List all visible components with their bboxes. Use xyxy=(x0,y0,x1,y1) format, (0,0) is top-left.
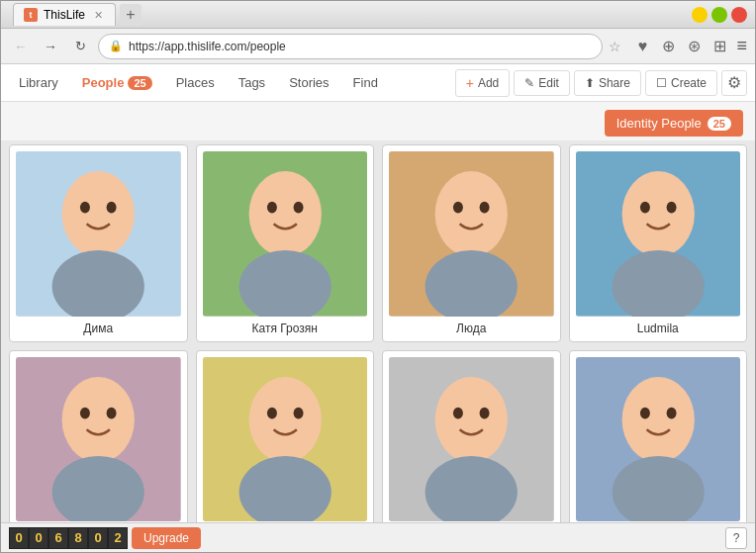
svg-point-16 xyxy=(621,171,694,257)
reload-button[interactable]: ↻ xyxy=(68,35,92,58)
nav-stories-label: Stories xyxy=(289,75,329,90)
settings-button[interactable]: ⚙ xyxy=(721,70,747,96)
svg-point-17 xyxy=(639,202,649,214)
extension-icon[interactable]: ⊞ xyxy=(709,36,730,57)
person-photo-nina xyxy=(16,357,181,522)
person-card-lyuda[interactable]: Люда xyxy=(382,144,561,342)
person-photo-dima xyxy=(16,151,181,317)
close-button[interactable]: ✕ xyxy=(731,7,747,23)
nav-find-label: Find xyxy=(353,75,378,90)
address-bar: ← → ↻ 🔒 https://app.thislife.com/people … xyxy=(1,29,755,64)
maximize-button[interactable]: □ xyxy=(711,7,727,23)
edit-button[interactable]: ✎ Edit xyxy=(514,70,570,96)
nav-people[interactable]: People 25 xyxy=(72,69,162,96)
bookmark-icon[interactable]: ☆ xyxy=(609,39,621,54)
add-button[interactable]: + Add xyxy=(455,69,511,97)
person-card-katya[interactable]: Катя Грозян xyxy=(196,144,375,342)
create-label: Create xyxy=(671,76,707,90)
minimize-button[interactable]: — xyxy=(692,7,708,23)
back-button[interactable]: ← xyxy=(9,35,33,58)
nav-people-label: People xyxy=(82,75,125,90)
new-tab-button[interactable]: + xyxy=(120,4,142,26)
svg-point-31 xyxy=(435,376,508,462)
nav-stories[interactable]: Stories xyxy=(279,69,338,96)
svg-point-33 xyxy=(480,407,490,418)
upgrade-button[interactable]: Upgrade xyxy=(132,527,201,549)
person-photo-ludmila xyxy=(576,151,741,317)
nav-library[interactable]: Library xyxy=(9,69,68,96)
person-name-katya: Катя Грозян xyxy=(203,322,368,335)
browser-tab[interactable]: t ThisLife ✕ xyxy=(13,3,116,26)
person-photo-katya xyxy=(203,151,368,317)
svg-point-38 xyxy=(666,407,676,418)
edit-icon: ✎ xyxy=(524,76,534,90)
nav-tags[interactable]: Tags xyxy=(229,69,275,96)
browser-window: t ThisLife ✕ + — □ ✕ ← → ↻ 🔒 https://app… xyxy=(0,0,756,553)
nav-places-label: Places xyxy=(176,75,215,90)
person-card-nina[interactable]: Нина xyxy=(9,350,188,523)
svg-point-8 xyxy=(293,202,303,214)
identity-bar: Identity People 25 xyxy=(1,102,755,140)
person-photo-serzha xyxy=(576,357,741,522)
svg-point-37 xyxy=(639,407,649,418)
person-name-ludmila: Ludmila xyxy=(576,322,741,335)
svg-point-36 xyxy=(621,376,694,462)
svg-point-27 xyxy=(266,407,276,418)
person-card-dima[interactable]: Дима xyxy=(9,144,188,342)
share-button[interactable]: ⬆ Share xyxy=(574,70,641,96)
person-photo-little-girl xyxy=(203,357,368,522)
window-controls: — □ ✕ xyxy=(692,7,747,23)
people-badge: 25 xyxy=(128,76,151,90)
nav-places[interactable]: Places xyxy=(166,69,225,96)
share-icon: ⬆ xyxy=(585,76,595,90)
chrome-menu-button[interactable]: ≡ xyxy=(736,36,747,56)
svg-point-11 xyxy=(435,171,508,257)
heartlife-icon[interactable]: ♥ xyxy=(631,36,653,57)
svg-point-22 xyxy=(80,407,90,418)
title-bar: t ThisLife ✕ + — □ ✕ xyxy=(1,1,755,29)
svg-point-26 xyxy=(248,376,321,462)
identity-people-button[interactable]: Identity People 25 xyxy=(605,110,743,137)
share-label: Share xyxy=(599,76,630,90)
person-card-little-girl[interactable]: little girl xyxy=(196,350,375,523)
add-icon: + xyxy=(466,75,474,91)
svg-point-6 xyxy=(248,171,321,257)
ssl-lock-icon: 🔒 xyxy=(109,40,123,52)
help-button[interactable]: ? xyxy=(725,527,747,549)
toolbar-icons: ♥ ⊕ ⊛ ⊞ xyxy=(631,36,730,57)
score-digit-1: 0 xyxy=(29,527,48,549)
identity-badge: 25 xyxy=(708,117,731,131)
svg-point-12 xyxy=(453,202,463,214)
add-label: Add xyxy=(478,76,499,90)
pinterest-icon[interactable]: ⊕ xyxy=(657,36,679,57)
person-photo-lyuda xyxy=(389,151,554,317)
score-digit-0: 0 xyxy=(9,527,29,549)
person-name-dima: Дима xyxy=(16,322,181,335)
forward-button[interactable]: → xyxy=(39,35,62,58)
svg-point-18 xyxy=(666,202,676,214)
svg-point-13 xyxy=(480,202,490,214)
url-bar[interactable]: 🔒 https://app.thislife.com/people xyxy=(98,34,603,59)
person-card-oleg[interactable]: Олег xyxy=(382,350,561,523)
svg-point-3 xyxy=(107,202,117,214)
svg-point-7 xyxy=(266,202,276,214)
score-digit-5: 2 xyxy=(108,527,128,549)
person-photo-oleg xyxy=(389,357,554,522)
tab-favicon: t xyxy=(24,8,38,22)
person-card-serzha[interactable]: Сережа xyxy=(569,350,748,523)
edit-label: Edit xyxy=(538,76,559,90)
tab-title: ThisLife xyxy=(44,8,85,22)
person-card-ludmila[interactable]: Ludmila xyxy=(569,144,748,342)
svg-point-2 xyxy=(80,202,90,214)
score-digit-4: 0 xyxy=(88,527,108,549)
score-digit-2: 6 xyxy=(48,527,68,549)
nav-find[interactable]: Find xyxy=(343,69,388,96)
nav-library-label: Library xyxy=(19,75,58,90)
score-digit-3: 8 xyxy=(68,527,88,549)
bottom-bar: 006802 Upgrade ? xyxy=(1,522,755,552)
svg-point-23 xyxy=(107,407,117,418)
tab-close-button[interactable]: ✕ xyxy=(91,8,105,22)
lastpass-icon[interactable]: ⊛ xyxy=(683,36,705,57)
svg-point-32 xyxy=(453,407,463,418)
create-button[interactable]: ☐ Create xyxy=(645,70,717,96)
